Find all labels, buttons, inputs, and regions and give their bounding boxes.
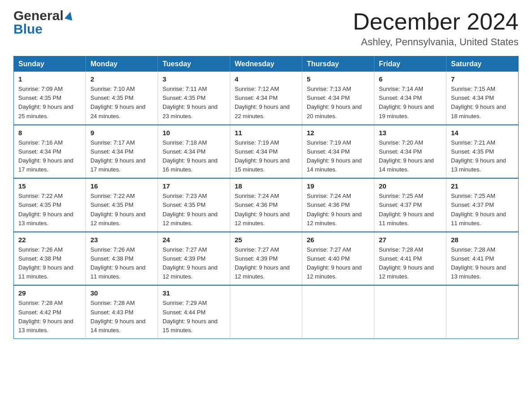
day-number: 13	[379, 129, 442, 137]
calendar-day-cell: 25Sunrise: 7:27 AMSunset: 4:39 PMDayligh…	[230, 232, 302, 286]
day-number: 12	[307, 129, 369, 137]
day-number: 5	[307, 75, 369, 83]
day-number: 30	[90, 289, 153, 297]
calendar-day-cell: 13Sunrise: 7:20 AMSunset: 4:34 PMDayligh…	[374, 125, 446, 179]
calendar-day-cell: 22Sunrise: 7:26 AMSunset: 4:38 PMDayligh…	[14, 232, 86, 286]
calendar-day-cell: 11Sunrise: 7:19 AMSunset: 4:34 PMDayligh…	[230, 125, 302, 179]
day-number: 6	[379, 75, 442, 83]
calendar-day-cell: 1Sunrise: 7:09 AMSunset: 4:35 PMDaylight…	[14, 72, 86, 125]
day-number: 4	[235, 75, 297, 83]
day-info: Sunrise: 7:22 AMSunset: 4:35 PMDaylight:…	[18, 192, 81, 228]
day-info: Sunrise: 7:24 AMSunset: 4:36 PMDaylight:…	[235, 192, 297, 228]
day-of-week-header: Monday	[86, 56, 158, 72]
day-info: Sunrise: 7:19 AMSunset: 4:34 PMDaylight:…	[307, 138, 369, 175]
day-number: 23	[90, 236, 153, 244]
calendar-day-cell: 4Sunrise: 7:12 AMSunset: 4:34 PMDaylight…	[230, 72, 302, 125]
day-of-week-header: Saturday	[446, 56, 519, 72]
day-number: 1	[18, 75, 81, 83]
calendar-day-cell: 19Sunrise: 7:24 AMSunset: 4:36 PMDayligh…	[302, 178, 374, 232]
day-info: Sunrise: 7:26 AMSunset: 4:38 PMDaylight:…	[18, 245, 81, 282]
day-number: 18	[235, 182, 297, 190]
calendar-day-cell: 17Sunrise: 7:23 AMSunset: 4:35 PMDayligh…	[158, 178, 230, 232]
calendar-day-cell	[230, 285, 302, 338]
calendar-week-row: 8Sunrise: 7:16 AMSunset: 4:34 PMDaylight…	[14, 125, 519, 179]
day-number: 17	[163, 182, 225, 190]
day-number: 24	[163, 236, 225, 244]
day-number: 10	[163, 129, 225, 137]
calendar-day-cell	[302, 285, 374, 338]
day-number: 11	[235, 129, 297, 137]
calendar-day-cell: 3Sunrise: 7:11 AMSunset: 4:35 PMDaylight…	[158, 72, 230, 125]
day-number: 2	[90, 75, 153, 83]
day-number: 29	[18, 289, 81, 297]
calendar-day-cell: 27Sunrise: 7:28 AMSunset: 4:41 PMDayligh…	[374, 232, 446, 286]
day-number: 25	[235, 236, 297, 244]
calendar-day-cell: 30Sunrise: 7:28 AMSunset: 4:43 PMDayligh…	[86, 285, 158, 338]
day-info: Sunrise: 7:27 AMSunset: 4:40 PMDaylight:…	[307, 245, 369, 282]
day-of-week-header: Thursday	[302, 56, 374, 72]
day-of-week-header: Tuesday	[158, 56, 230, 72]
calendar-day-cell	[374, 285, 446, 338]
day-number: 3	[163, 75, 225, 83]
day-of-week-header: Wednesday	[230, 56, 302, 72]
calendar-day-cell: 31Sunrise: 7:29 AMSunset: 4:44 PMDayligh…	[158, 285, 230, 338]
day-number: 31	[163, 289, 225, 297]
day-info: Sunrise: 7:28 AMSunset: 4:41 PMDaylight:…	[379, 245, 442, 282]
day-info: Sunrise: 7:29 AMSunset: 4:44 PMDaylight:…	[163, 299, 225, 335]
day-number: 7	[451, 75, 514, 83]
day-of-week-header: Friday	[374, 56, 446, 72]
day-info: Sunrise: 7:25 AMSunset: 4:37 PMDaylight:…	[379, 192, 442, 228]
day-info: Sunrise: 7:28 AMSunset: 4:43 PMDaylight:…	[90, 299, 153, 335]
calendar-day-cell: 12Sunrise: 7:19 AMSunset: 4:34 PMDayligh…	[302, 125, 374, 179]
day-info: Sunrise: 7:10 AMSunset: 4:35 PMDaylight:…	[90, 85, 153, 121]
calendar-day-cell: 16Sunrise: 7:22 AMSunset: 4:35 PMDayligh…	[86, 178, 158, 232]
calendar-day-cell: 2Sunrise: 7:10 AMSunset: 4:35 PMDaylight…	[86, 72, 158, 125]
day-number: 15	[18, 182, 81, 190]
calendar-day-cell: 26Sunrise: 7:27 AMSunset: 4:40 PMDayligh…	[302, 232, 374, 286]
day-number: 16	[90, 182, 153, 190]
calendar-day-cell: 6Sunrise: 7:14 AMSunset: 4:34 PMDaylight…	[374, 72, 446, 125]
days-of-week-row: SundayMondayTuesdayWednesdayThursdayFrid…	[14, 56, 519, 72]
day-number: 9	[90, 129, 153, 137]
calendar-day-cell: 8Sunrise: 7:16 AMSunset: 4:34 PMDaylight…	[14, 125, 86, 179]
day-info: Sunrise: 7:28 AMSunset: 4:41 PMDaylight:…	[451, 245, 514, 282]
day-number: 22	[18, 236, 81, 244]
day-info: Sunrise: 7:25 AMSunset: 4:37 PMDaylight:…	[451, 192, 514, 228]
page-title: December 2024	[353, 9, 519, 34]
calendar-day-cell: 15Sunrise: 7:22 AMSunset: 4:35 PMDayligh…	[14, 178, 86, 232]
calendar-week-row: 29Sunrise: 7:28 AMSunset: 4:42 PMDayligh…	[14, 285, 519, 338]
calendar-day-cell: 10Sunrise: 7:18 AMSunset: 4:34 PMDayligh…	[158, 125, 230, 179]
day-info: Sunrise: 7:19 AMSunset: 4:34 PMDaylight:…	[235, 138, 297, 175]
calendar-day-cell: 9Sunrise: 7:17 AMSunset: 4:34 PMDaylight…	[86, 125, 158, 179]
calendar-week-row: 22Sunrise: 7:26 AMSunset: 4:38 PMDayligh…	[14, 232, 519, 286]
day-number: 21	[451, 182, 514, 190]
day-info: Sunrise: 7:15 AMSunset: 4:34 PMDaylight:…	[451, 85, 514, 121]
day-number: 14	[451, 129, 514, 137]
calendar-body: 1Sunrise: 7:09 AMSunset: 4:35 PMDaylight…	[14, 72, 519, 338]
day-info: Sunrise: 7:13 AMSunset: 4:34 PMDaylight:…	[307, 85, 369, 121]
day-info: Sunrise: 7:14 AMSunset: 4:34 PMDaylight:…	[379, 85, 442, 121]
calendar-week-row: 1Sunrise: 7:09 AMSunset: 4:35 PMDaylight…	[14, 72, 519, 125]
calendar-day-cell: 23Sunrise: 7:26 AMSunset: 4:38 PMDayligh…	[86, 232, 158, 286]
logo-triangle-icon	[64, 11, 74, 21]
calendar-day-cell: 18Sunrise: 7:24 AMSunset: 4:36 PMDayligh…	[230, 178, 302, 232]
calendar-table: SundayMondayTuesdayWednesdayThursdayFrid…	[13, 56, 519, 339]
day-number: 27	[379, 236, 442, 244]
day-number: 19	[307, 182, 369, 190]
day-info: Sunrise: 7:18 AMSunset: 4:34 PMDaylight:…	[163, 138, 225, 175]
day-info: Sunrise: 7:20 AMSunset: 4:34 PMDaylight:…	[379, 138, 442, 175]
calendar-day-cell: 14Sunrise: 7:21 AMSunset: 4:35 PMDayligh…	[446, 125, 519, 179]
title-block: December 2024 Ashley, Pennsylvania, Unit…	[353, 9, 519, 48]
day-info: Sunrise: 7:21 AMSunset: 4:35 PMDaylight:…	[451, 138, 514, 175]
calendar-day-cell: 21Sunrise: 7:25 AMSunset: 4:37 PMDayligh…	[446, 178, 519, 232]
day-number: 26	[307, 236, 369, 244]
page-header: General Blue December 2024 Ashley, Penns…	[13, 9, 519, 48]
calendar-day-cell: 24Sunrise: 7:27 AMSunset: 4:39 PMDayligh…	[158, 232, 230, 286]
day-of-week-header: Sunday	[14, 56, 86, 72]
day-number: 8	[18, 129, 81, 137]
day-info: Sunrise: 7:26 AMSunset: 4:38 PMDaylight:…	[90, 245, 153, 282]
logo-general-text: General	[13, 9, 64, 22]
calendar-day-cell	[446, 285, 519, 338]
calendar-day-cell: 29Sunrise: 7:28 AMSunset: 4:42 PMDayligh…	[14, 285, 86, 338]
day-info: Sunrise: 7:17 AMSunset: 4:34 PMDaylight:…	[90, 138, 153, 175]
